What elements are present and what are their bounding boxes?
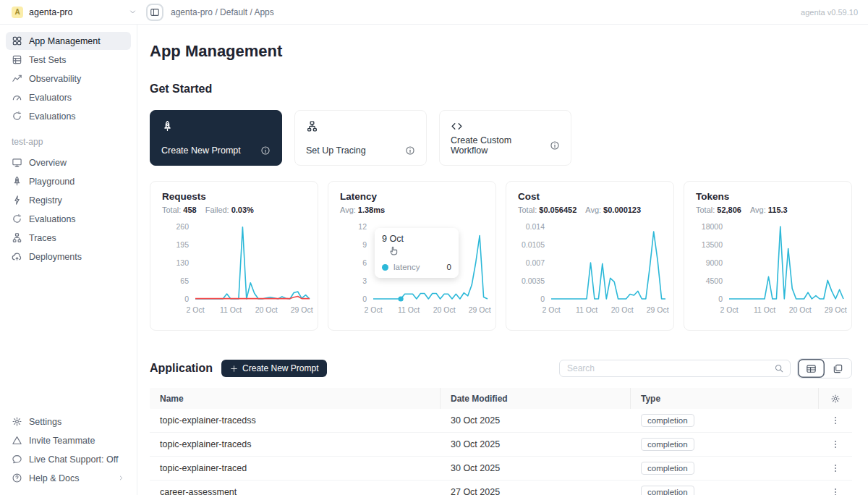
sidebar-item-label: Deployments — [29, 252, 82, 262]
table-row[interactable]: career-assessment27 Oct 2025completion — [150, 481, 852, 495]
table-view-button[interactable] — [798, 359, 825, 378]
column-header-type: Type — [631, 388, 819, 409]
cell-date-modified: 30 Oct 2025 — [441, 463, 631, 473]
x-axis-label: 2 Oct — [364, 305, 382, 314]
get-started-card-set-up-tracing[interactable]: Set Up Tracing — [294, 110, 427, 166]
applications-table: NameDate ModifiedType topic-explainer-tr… — [150, 388, 852, 495]
sidebar-item-label: Test Sets — [29, 55, 66, 65]
gear-icon — [12, 416, 22, 427]
triangle-icon — [12, 435, 22, 446]
type-badge: completion — [641, 462, 694, 475]
row-menu-button[interactable] — [827, 460, 844, 477]
sidebar-item-evaluations[interactable]: Evaluations — [6, 107, 131, 125]
sidebar-toggle-button[interactable] — [146, 4, 163, 21]
refresh-icon — [12, 213, 22, 224]
cell-date-modified: 30 Oct 2025 — [441, 439, 631, 449]
cell-actions — [819, 436, 852, 453]
sidebar-app-item-registry[interactable]: Registry — [6, 191, 131, 209]
type-badge: completion — [641, 414, 694, 427]
sidebar-item-label: Registry — [29, 195, 62, 206]
tooltip-series-name: latency — [393, 263, 420, 271]
sidebar-footer-item-settings[interactable]: Settings — [6, 412, 131, 431]
page-title: App Management — [150, 42, 852, 61]
row-menu-button[interactable] — [827, 436, 844, 453]
table-row[interactable]: topic-explainer-traceds30 Oct 2025comple… — [150, 433, 852, 457]
sidebar-footer-item-live-chat-support-off[interactable]: Live Chat Support: Off — [6, 450, 131, 468]
dots-vertical-icon — [830, 415, 841, 426]
sidebar-item-label: Live Chat Support: Off — [29, 454, 118, 465]
sidebar-app-item-overview[interactable]: Overview — [6, 153, 131, 172]
row-menu-button[interactable] — [827, 483, 844, 495]
cloud-icon — [12, 251, 22, 262]
application-header: Application Create New Prompt — [150, 358, 852, 378]
get-started-card-create-new-prompt[interactable]: Create New Prompt — [150, 110, 282, 166]
sidebar-item-observability[interactable]: Observability — [6, 69, 131, 88]
tooltip-series-value: 0 — [447, 263, 451, 271]
table-row[interactable]: topic-explainer-tracedss30 Oct 2025compl… — [150, 409, 852, 433]
row-menu-button[interactable] — [827, 412, 844, 429]
chat-icon — [12, 454, 22, 465]
card-view-button[interactable] — [825, 359, 851, 378]
cell-name: topic-explainer-tracedss — [150, 415, 441, 426]
cell-name: topic-explainer-traced — [150, 463, 441, 473]
sidebar-footer-item-help-docs[interactable]: Help & Docs — [6, 469, 131, 487]
get-started-title: Get Started — [150, 82, 852, 96]
x-axis-label: 2 Oct — [186, 305, 204, 314]
info-icon[interactable] — [550, 140, 560, 151]
x-axis-label: 11 Oct — [754, 305, 775, 314]
code-icon — [451, 120, 463, 132]
sidebar-footer-item-invite-teammate[interactable]: Invite Teammate — [6, 431, 131, 449]
search-input[interactable] — [566, 363, 774, 374]
cost-chart-card: CostTotal:$0.056452Avg:$0.0001230.0140.0… — [506, 181, 674, 331]
info-icon[interactable] — [405, 145, 415, 156]
create-new-prompt-button[interactable]: Create New Prompt — [221, 360, 327, 377]
chevron-down-icon — [128, 7, 137, 17]
sidebar-item-app-management[interactable]: App Management — [6, 32, 131, 50]
cost-y-axis: 0.0140.01050.0070.00350 — [518, 224, 551, 301]
cell-date-modified: 27 Oct 2025 — [441, 487, 631, 495]
sidebar-app-item-deployments[interactable]: Deployments — [6, 248, 131, 266]
cell-type: completion — [631, 462, 819, 475]
x-axis-label: 20 Oct — [789, 305, 812, 314]
table-row[interactable]: topic-explainer-traced30 Oct 2025complet… — [150, 457, 852, 481]
cell-type: completion — [631, 438, 819, 451]
tooltip-date: 9 Oct — [382, 234, 451, 244]
search-icon — [774, 363, 784, 373]
sidebar-app-item-playground[interactable]: Playground — [6, 172, 131, 190]
main-content: App Management Get Started Create New Pr… — [137, 25, 868, 495]
sidebar-item-evaluators[interactable]: Evaluators — [6, 88, 131, 106]
tokens-plot-area: 2 Oct11 Oct20 Oct29 Oct — [729, 224, 843, 301]
get-started-card-create-custom-workflow[interactable]: Create Custom Workflow — [439, 110, 571, 166]
x-axis-label: 20 Oct — [433, 305, 456, 314]
sidebar-item-test-sets[interactable]: Test Sets — [6, 51, 131, 69]
bolt-icon — [12, 195, 22, 206]
chart-tooltip: 9 Octlatency0 — [375, 228, 459, 278]
rocket-icon — [161, 120, 174, 132]
x-axis-label: 29 Oct — [469, 305, 491, 314]
sidebar-item-label: Observability — [29, 74, 81, 84]
x-axis-label: 29 Oct — [825, 305, 847, 314]
get-started-card-label: Set Up Tracing — [306, 145, 366, 156]
table-list-icon — [12, 54, 22, 65]
search-box — [559, 360, 791, 377]
breadcrumb[interactable]: agenta-pro / Default / Apps — [171, 7, 274, 17]
gear-icon[interactable] — [830, 394, 841, 404]
chart-stat: Total:52,806 — [696, 206, 741, 214]
workspace-switcher[interactable]: A agenta-pro — [12, 7, 137, 18]
x-axis-label: 11 Oct — [398, 305, 420, 314]
sidebar: App ManagementTest SetsObservabilityEval… — [0, 25, 137, 495]
sidebar-app-item-evaluations[interactable]: Evaluations — [6, 210, 131, 228]
requests-y-axis: 260195130650 — [162, 224, 195, 301]
traces-icon — [306, 120, 318, 132]
tokens-y-axis: 1800013500900045000 — [696, 224, 729, 301]
cursor-hand-icon — [388, 245, 400, 256]
latency-chart-card: LatencyAvg:1.38ms1296302 Oct11 Oct20 Oct… — [328, 181, 496, 331]
requests-chart-stats: Total:458Failed:0.03% — [162, 206, 306, 214]
create-new-prompt-label: Create New Prompt — [242, 363, 318, 373]
cell-actions — [819, 460, 852, 477]
info-icon[interactable] — [260, 145, 271, 156]
sidebar-app-item-traces[interactable]: Traces — [6, 229, 131, 247]
app-version-label: agenta v0.59.10 — [801, 8, 858, 17]
tokens-chart-title: Tokens — [696, 191, 840, 202]
x-axis-label: 11 Oct — [576, 305, 597, 314]
